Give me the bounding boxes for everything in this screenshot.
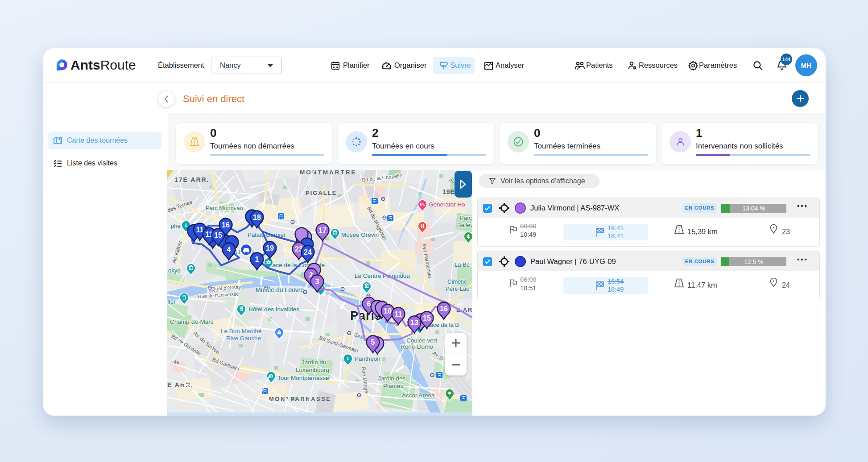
svg-text:Bellev: Bellev [457,222,472,228]
svg-text:Parc Monceau: Parc Monceau [206,205,243,211]
svg-text:okyo: okyo [168,267,180,274]
svg-text:Champ-de-Mars: Champ-de-Mars [170,318,214,325]
svg-text:PIGALLE: PIGALLE [306,190,337,196]
svg-text:Musée du Louvre: Musée du Louvre [256,286,304,293]
svg-text:Le Bon Marché: Le Bon Marché [221,328,262,334]
svg-text:Hôtel des Invalides: Hôtel des Invalides [248,306,299,313]
svg-text:Jardin du: Jardin du [302,359,327,366]
svg-text:5: 5 [371,338,375,346]
svg-text:Accor Arena: Accor Arena [402,392,435,399]
svg-text:4: 4 [227,246,231,253]
svg-text:1: 1 [255,256,259,263]
svg-text:17E ARR.: 17E ARR. [174,176,210,183]
svg-text:Tour Montparnasse: Tour Montparnasse [277,375,329,381]
svg-text:La Be: La Be [455,261,470,268]
svg-text:3: 3 [315,278,319,285]
svg-text:H: H [421,224,424,229]
svg-text:15: 15 [423,314,431,322]
svg-text:Coulée vert: Coulée vert [406,337,437,344]
svg-text:lace de la B: lace de la B [429,322,459,328]
svg-text:Parc: Parc [460,214,472,221]
svg-text:Plantes: Plantes [383,383,403,389]
svg-text:Musée Grévin: Musée Grévin [341,231,379,238]
svg-text:19: 19 [266,244,274,252]
svg-text:15: 15 [214,231,222,239]
svg-text:Generator Ho: Generator Ho [429,201,465,208]
svg-text:11: 11 [395,310,402,318]
svg-text:MONTMARTRE: MONTMARTRE [300,170,357,176]
svg-text:Luxembourg: Luxembourg [296,367,329,373]
svg-text:MONTPARNASSE: MONTPARNASSE [269,396,331,402]
svg-text:24: 24 [304,248,312,256]
svg-text:Cimetiè: Cimetiè [447,278,467,285]
svg-text:René-Dumo: René-Dumo [401,343,433,350]
svg-text:16: 16 [222,221,230,229]
svg-text:19E: 19E [442,188,455,195]
svg-text:13: 13 [410,319,418,326]
svg-text:10: 10 [384,307,392,315]
svg-text:18: 18 [253,214,261,221]
svg-text:Père-Lac: Père-Lac [446,285,469,292]
svg-text:Panthéon: Panthéon [355,355,380,362]
svg-text:17: 17 [318,227,327,234]
svg-text:Rive Gauche: Rive Gauche [226,335,261,342]
svg-text:phe: phe [171,223,181,229]
svg-text:16: 16 [440,305,448,313]
svg-text:6: 6 [367,300,371,308]
